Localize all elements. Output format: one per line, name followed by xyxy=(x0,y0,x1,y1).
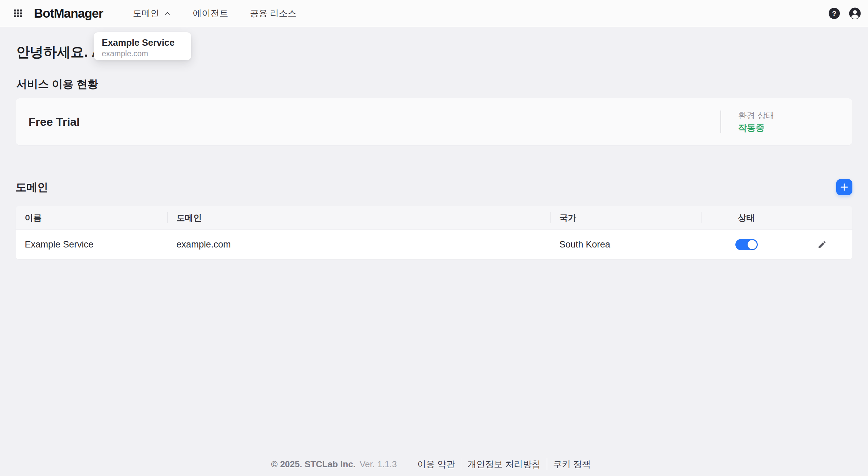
app-logo[interactable]: BotManager xyxy=(34,6,103,21)
column-header-status: 상태 xyxy=(701,206,792,230)
account-circle-glyph xyxy=(849,7,861,20)
add-domain-button[interactable] xyxy=(836,179,852,195)
nav-item-shared-resources-label: 공용 리소스 xyxy=(250,7,296,19)
cell-actions xyxy=(792,238,852,251)
cell-name: Example Service xyxy=(16,239,167,250)
dropdown-item-service-name[interactable]: Example Service xyxy=(102,38,183,48)
chevron-up-icon xyxy=(163,9,171,17)
nav-item-domains-label: 도메인 xyxy=(133,7,159,19)
vertical-divider xyxy=(720,111,721,133)
cell-status xyxy=(701,239,792,250)
column-header-country: 국가 xyxy=(550,206,701,230)
footer-link-terms[interactable]: 이용 약관 xyxy=(411,458,461,470)
environment-status-block: 환경 상태 작동중 xyxy=(720,110,774,133)
usage-card: Free Trial 환경 상태 작동중 xyxy=(16,98,852,145)
plus-icon xyxy=(840,182,849,192)
footer-link-cookies[interactable]: 쿠키 정책 xyxy=(547,458,597,470)
nav-item-domains[interactable]: 도메인 xyxy=(133,7,171,19)
domain-section-title: 도메인 xyxy=(16,180,48,194)
column-header-domain: 도메인 xyxy=(167,206,550,230)
nav-item-agents-label: 에이전트 xyxy=(193,7,228,19)
column-header-actions xyxy=(792,206,852,230)
footer-copyright-block: © 2025. STCLab Inc. Ver. 1.1.3 xyxy=(271,459,397,470)
top-navbar: BotManager 도메인 에이전트 공용 리소스 ? xyxy=(0,0,868,27)
grid-icon xyxy=(14,9,22,18)
help-icon[interactable]: ? xyxy=(829,8,840,19)
page-content: 안녕하세요. Ad 서비스 이용 현황 Free Trial 환경 상태 작동중… xyxy=(0,42,868,259)
plan-name: Free Trial xyxy=(28,115,80,128)
apps-grid-icon[interactable] xyxy=(11,7,24,20)
status-toggle[interactable] xyxy=(735,239,758,250)
pencil-icon xyxy=(817,240,827,249)
usage-section-title: 서비스 이용 현황 xyxy=(16,77,852,91)
domain-table-header: 이름 도메인 국가 상태 xyxy=(16,206,852,230)
copyright-text: © 2025. STCLab Inc. xyxy=(271,459,355,470)
page-footer: © 2025. STCLab Inc. Ver. 1.1.3 이용 약관 개인정… xyxy=(0,457,868,471)
table-row: Example Service example.com South Korea xyxy=(16,230,852,259)
account-icon[interactable] xyxy=(849,7,861,20)
footer-links: 이용 약관 개인정보 처리방침 쿠키 정책 xyxy=(411,458,597,470)
domain-table: 이름 도메인 국가 상태 Example Service example.com… xyxy=(16,206,852,259)
cell-country: South Korea xyxy=(550,239,701,250)
main-nav: 도메인 에이전트 공용 리소스 xyxy=(133,7,296,19)
footer-link-privacy[interactable]: 개인정보 처리방침 xyxy=(461,458,546,470)
environment-status-label: 환경 상태 xyxy=(738,110,774,120)
domain-dropdown-panel: Example Service example.com xyxy=(94,32,191,60)
toggle-knob xyxy=(748,240,757,249)
nav-item-agents[interactable]: 에이전트 xyxy=(193,7,228,19)
environment-status-value: 작동중 xyxy=(738,122,774,133)
version-text: Ver. 1.1.3 xyxy=(360,459,397,470)
nav-item-shared-resources[interactable]: 공용 리소스 xyxy=(250,7,296,19)
domain-section-header: 도메인 xyxy=(16,179,852,195)
navbar-right: ? xyxy=(829,7,861,20)
column-header-name: 이름 xyxy=(16,206,167,230)
cell-domain: example.com xyxy=(167,239,550,250)
edit-button[interactable] xyxy=(815,238,829,251)
dropdown-item-service-domain: example.com xyxy=(102,49,183,58)
environment-texts: 환경 상태 작동중 xyxy=(738,110,774,133)
